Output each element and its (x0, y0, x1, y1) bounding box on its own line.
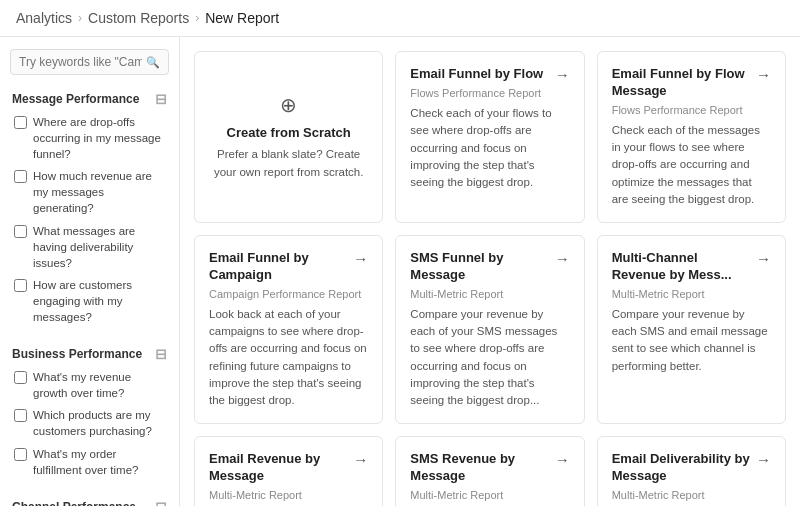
card-arrow-0: → (555, 66, 570, 83)
sidebar-section-title-0: Message Performance (12, 92, 139, 106)
breadcrumb: Analytics › Custom Reports › New Report (0, 0, 800, 37)
card-arrow-5: → (353, 451, 368, 468)
card-title-0: Email Funnel by Flow (410, 66, 554, 83)
card-arrow-4: → (756, 250, 771, 267)
remaining-cards-grid: Email Funnel by Campaign → Campaign Perf… (194, 235, 786, 506)
sidebar-item-1-1[interactable]: Which products are my customers purchasi… (0, 404, 179, 442)
sidebar-checkbox-1-2[interactable] (14, 448, 27, 461)
content-area: ⊕ Create from Scratch Prefer a blank sla… (180, 37, 800, 506)
card-header-5: Email Revenue by Message → (209, 451, 368, 485)
card-subtitle-3: Multi-Metric Report (410, 288, 569, 300)
report-card-2[interactable]: Email Funnel by Campaign → Campaign Perf… (194, 235, 383, 424)
card-arrow-2: → (353, 250, 368, 267)
search-container: 🔍 (10, 49, 169, 75)
breadcrumb-sep-1: › (78, 11, 82, 25)
card-header-0: Email Funnel by Flow → (410, 66, 569, 83)
card-arrow-3: → (555, 250, 570, 267)
card-arrow-7: → (756, 451, 771, 468)
sidebar-section-header-0: Message Performance⊟ (0, 85, 179, 111)
report-card-7[interactable]: Email Deliverability by Message → Multi-… (597, 436, 786, 506)
sidebar-checkbox-1-0[interactable] (14, 371, 27, 384)
sidebar-item-label-0-1: How much revenue are my messages generat… (33, 168, 167, 216)
scratch-icon: ⊕ (280, 93, 297, 117)
sidebar-item-1-0[interactable]: What's my revenue growth over time? (0, 366, 179, 404)
sidebar: 🔍 Message Performance⊟Where are drop-off… (0, 37, 180, 506)
collapse-icon-2[interactable]: ⊟ (155, 499, 167, 506)
card-subtitle-6: Multi-Metric Report (410, 489, 569, 501)
sidebar-item-label-1-1: Which products are my customers purchasi… (33, 407, 167, 439)
sidebar-section-1: Business Performance⊟What's my revenue g… (0, 340, 179, 481)
card-arrow-6: → (555, 451, 570, 468)
breadcrumb-analytics[interactable]: Analytics (16, 10, 72, 26)
sidebar-item-0-2[interactable]: What messages are having deliverability … (0, 220, 179, 274)
sidebar-section-title-1: Business Performance (12, 347, 142, 361)
card-subtitle-2: Campaign Performance Report (209, 288, 368, 300)
card-title-6: SMS Revenue by Message (410, 451, 554, 485)
card-desc-2: Look back at each of your campaigns to s… (209, 306, 368, 410)
card-header-4: Multi-Channel Revenue by Mess... → (612, 250, 771, 284)
sidebar-item-1-2[interactable]: What's my order fulfillment over time? (0, 443, 179, 481)
sidebar-section-2: Channel Performance⊟How is email perform… (0, 493, 179, 506)
sidebar-checkbox-0-0[interactable] (14, 116, 27, 129)
card-desc-1: Check each of the messages in your flows… (612, 122, 771, 208)
card-title-2: Email Funnel by Campaign (209, 250, 353, 284)
first-row: ⊕ Create from Scratch Prefer a blank sla… (194, 51, 786, 223)
card-subtitle-5: Multi-Metric Report (209, 489, 368, 501)
card-title-7: Email Deliverability by Message (612, 451, 756, 485)
breadcrumb-new-report: New Report (205, 10, 279, 26)
search-icon: 🔍 (146, 56, 160, 69)
report-card-1[interactable]: Email Funnel by Flow Message → Flows Per… (597, 51, 786, 223)
sidebar-item-label-1-2: What's my order fulfillment over time? (33, 446, 167, 478)
sidebar-item-label-1-0: What's my revenue growth over time? (33, 369, 167, 401)
sidebar-sections: Message Performance⊟Where are drop-offs … (0, 85, 179, 506)
report-card-6[interactable]: SMS Revenue by Message → Multi-Metric Re… (395, 436, 584, 506)
sidebar-checkbox-0-1[interactable] (14, 170, 27, 183)
sidebar-checkbox-0-3[interactable] (14, 279, 27, 292)
card-arrow-1: → (756, 66, 771, 83)
card-title-4: Multi-Channel Revenue by Mess... (612, 250, 756, 284)
card-desc-0: Check each of your flows to see where dr… (410, 105, 569, 191)
sidebar-item-0-3[interactable]: How are customers engaging with my messa… (0, 274, 179, 328)
card-header-7: Email Deliverability by Message → (612, 451, 771, 485)
sidebar-item-0-0[interactable]: Where are drop-offs occurring in my mess… (0, 111, 179, 165)
card-subtitle-7: Multi-Metric Report (612, 489, 771, 501)
search-input[interactable] (19, 55, 142, 69)
sidebar-item-label-0-2: What messages are having deliverability … (33, 223, 167, 271)
report-card-3[interactable]: SMS Funnel by Message → Multi-Metric Rep… (395, 235, 584, 424)
card-desc-3: Compare your revenue by each of your SMS… (410, 306, 569, 410)
breadcrumb-sep-2: › (195, 11, 199, 25)
report-card-5[interactable]: Email Revenue by Message → Multi-Metric … (194, 436, 383, 506)
card-title-5: Email Revenue by Message (209, 451, 353, 485)
sidebar-section-title-2: Channel Performance (12, 500, 136, 506)
card-subtitle-4: Multi-Metric Report (612, 288, 771, 300)
sidebar-section-header-2: Channel Performance⊟ (0, 493, 179, 506)
report-card-0[interactable]: Email Funnel by Flow → Flows Performance… (395, 51, 584, 223)
card-header-1: Email Funnel by Flow Message → (612, 66, 771, 100)
collapse-icon-0[interactable]: ⊟ (155, 91, 167, 107)
main-layout: 🔍 Message Performance⊟Where are drop-off… (0, 37, 800, 506)
card-subtitle-1: Flows Performance Report (612, 104, 771, 116)
card-header-6: SMS Revenue by Message → (410, 451, 569, 485)
sidebar-checkbox-1-1[interactable] (14, 409, 27, 422)
sidebar-checkbox-0-2[interactable] (14, 225, 27, 238)
report-card-4[interactable]: Multi-Channel Revenue by Mess... → Multi… (597, 235, 786, 424)
scratch-desc: Prefer a blank slate? Create your own re… (209, 146, 368, 181)
sidebar-item-0-1[interactable]: How much revenue are my messages generat… (0, 165, 179, 219)
card-header-3: SMS Funnel by Message → (410, 250, 569, 284)
collapse-icon-1[interactable]: ⊟ (155, 346, 167, 362)
sidebar-section-0: Message Performance⊟Where are drop-offs … (0, 85, 179, 328)
sidebar-section-header-1: Business Performance⊟ (0, 340, 179, 366)
breadcrumb-custom-reports[interactable]: Custom Reports (88, 10, 189, 26)
sidebar-item-label-0-3: How are customers engaging with my messa… (33, 277, 167, 325)
card-desc-4: Compare your revenue by each SMS and ema… (612, 306, 771, 375)
search-wrap: 🔍 (0, 49, 179, 85)
sidebar-item-label-0-0: Where are drop-offs occurring in my mess… (33, 114, 167, 162)
scratch-title: Create from Scratch (227, 125, 351, 140)
card-subtitle-0: Flows Performance Report (410, 87, 569, 99)
card-header-2: Email Funnel by Campaign → (209, 250, 368, 284)
card-title-1: Email Funnel by Flow Message (612, 66, 756, 100)
create-from-scratch-card[interactable]: ⊕ Create from Scratch Prefer a blank sla… (194, 51, 383, 223)
card-title-3: SMS Funnel by Message (410, 250, 554, 284)
